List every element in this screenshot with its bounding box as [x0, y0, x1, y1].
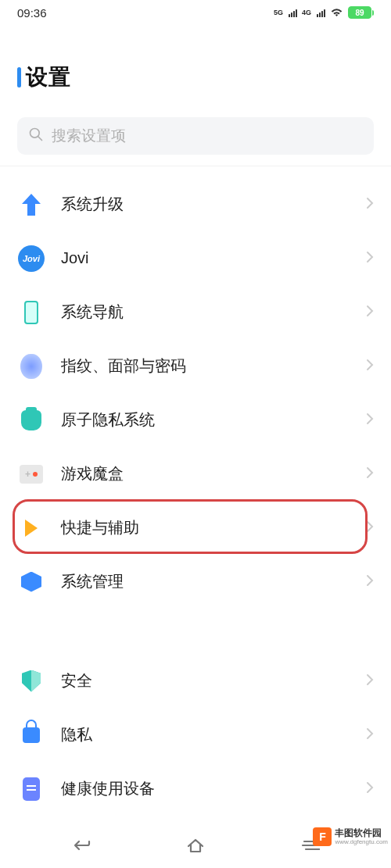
item-label: 快捷与辅助 [61, 517, 366, 538]
item-security[interactable]: 安全 [0, 654, 391, 708]
item-label: 系统导航 [61, 302, 366, 323]
search-icon [28, 127, 52, 145]
chevron-right-icon [366, 520, 374, 536]
status-indicators: 5G 4G 89 [274, 6, 374, 20]
item-privacy[interactable]: 隐私 [0, 708, 391, 762]
chevron-right-icon [366, 413, 374, 428]
fast-arrow-icon [17, 514, 45, 542]
health-icon [17, 775, 45, 803]
chevron-right-icon [366, 197, 374, 213]
chevron-right-icon [366, 466, 374, 482]
item-label: 游戏魔盒 [61, 463, 366, 484]
group-separator [0, 616, 391, 646]
chevron-right-icon [366, 673, 374, 689]
phone-icon [17, 298, 45, 327]
item-label: Jovi [61, 249, 366, 267]
item-shortcuts[interactable]: 快捷与辅助 [0, 501, 391, 555]
item-label: 原子隐私系统 [61, 409, 366, 430]
status-time: 09:36 [17, 6, 47, 20]
watermark-badge: F [313, 827, 332, 846]
page-header: 设置 [0, 25, 391, 117]
item-system-nav[interactable]: 系统导航 [0, 285, 391, 339]
svg-line-1 [38, 137, 42, 141]
item-label: 隐私 [61, 724, 366, 745]
item-label: 指纹、面部与密码 [61, 355, 366, 377]
jovi-icon: Jovi [17, 245, 45, 273]
search-bar[interactable] [17, 117, 374, 155]
fingerprint-icon [17, 352, 45, 380]
item-fingerprint[interactable]: 指纹、面部与密码 [0, 339, 391, 393]
chevron-right-icon [366, 305, 374, 320]
chevron-right-icon [366, 781, 374, 797]
atom-icon [17, 406, 45, 434]
lock-icon [17, 721, 45, 749]
watermark: F 丰图软件园 www.dgfengtu.com [313, 827, 388, 846]
battery-level: 89 [355, 9, 364, 17]
network-5g-label: 5G [274, 9, 283, 16]
item-label: 安全 [61, 670, 366, 691]
chevron-right-icon [366, 251, 374, 266]
gamepad-icon: + [17, 460, 45, 488]
item-label: 健康使用设备 [61, 778, 366, 799]
arrow-up-icon [17, 191, 45, 219]
battery-icon: 89 [348, 6, 374, 19]
item-label: 系统管理 [61, 571, 366, 592]
status-bar: 09:36 5G 4G 89 [0, 0, 391, 25]
shield-icon [17, 667, 45, 695]
watermark-title: 丰图软件园 [335, 828, 388, 839]
item-system-upgrade[interactable]: 系统升级 [0, 177, 391, 231]
signal-bars-1 [289, 8, 297, 17]
item-label: 系统升级 [61, 194, 366, 215]
settings-group-1: 系统升级 Jovi Jovi 系统导航 指纹、面部与密码 原子隐私系统 + 游戏… [0, 170, 391, 616]
item-health[interactable]: 健康使用设备 [0, 762, 391, 816]
title-accent-bar [17, 67, 21, 88]
watermark-url: www.dgfengtu.com [335, 838, 388, 845]
item-system-mgmt[interactable]: 系统管理 [0, 555, 391, 609]
hexagon-icon [17, 568, 45, 596]
network-4g-label: 4G [302, 9, 311, 16]
chevron-right-icon [366, 574, 374, 590]
signal-bars-2 [317, 8, 325, 17]
divider [0, 166, 391, 166]
chevron-right-icon [366, 359, 374, 374]
chevron-right-icon [366, 727, 374, 743]
nav-home-button[interactable] [184, 834, 207, 857]
item-game-box[interactable]: + 游戏魔盒 [0, 447, 391, 501]
wifi-icon [330, 6, 343, 20]
nav-back-button[interactable] [69, 834, 92, 857]
item-atom-privacy[interactable]: 原子隐私系统 [0, 393, 391, 447]
settings-group-2: 安全 隐私 健康使用设备 [0, 646, 391, 823]
page-title: 设置 [26, 63, 71, 92]
item-jovi[interactable]: Jovi Jovi [0, 231, 391, 285]
search-input[interactable] [52, 127, 363, 145]
